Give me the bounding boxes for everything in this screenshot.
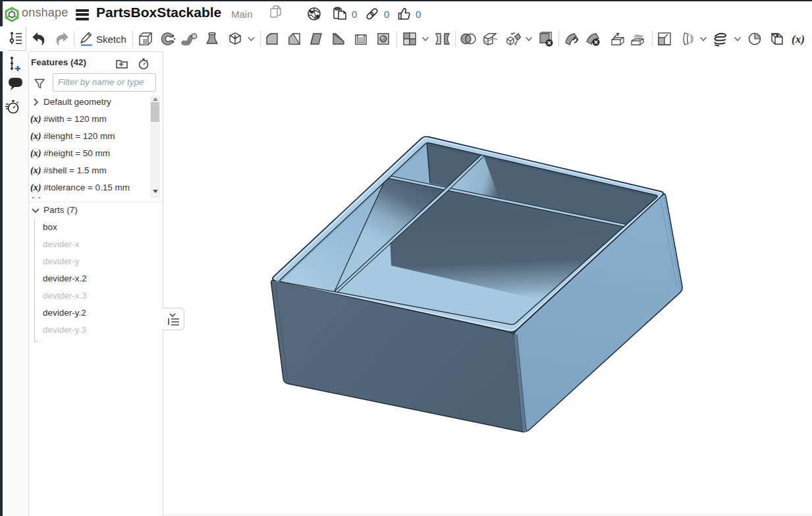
svg-text:0: 0 <box>352 9 357 20</box>
svg-text:0: 0 <box>384 9 389 20</box>
svg-text:0: 0 <box>416 9 421 20</box>
svg-text:(x): (x) <box>792 33 805 45</box>
svg-text:Sketch: Sketch <box>96 34 126 45</box>
